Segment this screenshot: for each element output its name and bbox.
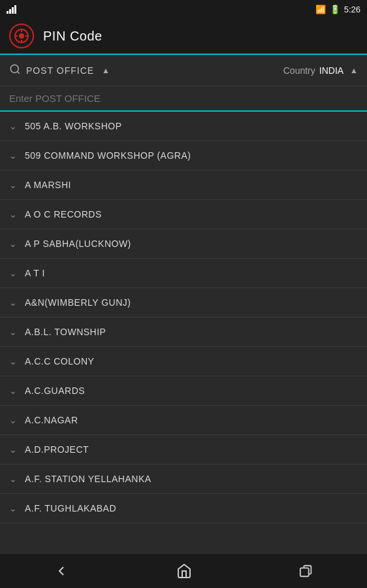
list-item-label: A P SABHA(LUCKNOW) [25, 238, 131, 249]
filter-bar: POST OFFICE ▲ Country INDIA ▲ [0, 55, 367, 86]
chevron-down-icon: ⌄ [9, 327, 17, 337]
chevron-down-icon: ⌄ [9, 180, 17, 190]
list-item-label: A O C RECORDS [25, 209, 102, 220]
post-office-dropdown-arrow[interactable]: ▲ [102, 66, 110, 75]
chevron-down-icon: ⌄ [9, 268, 17, 278]
search-input-bar [0, 86, 367, 112]
list-item-label: A.F. TUGHLAKABAD [25, 503, 116, 514]
list-item-label: 505 A.B. WORKSHOP [25, 121, 122, 131]
list-item-label: A T I [25, 268, 45, 278]
status-right: 📶 🔋 5:26 [315, 5, 360, 14]
chevron-down-icon: ⌄ [9, 474, 17, 484]
list-item[interactable]: ⌄ A P SABHA(LUCKNOW) [0, 229, 367, 259]
list-item-label: A&N(WIMBERLY GUNJ) [25, 297, 131, 308]
post-office-filter-label[interactable]: POST OFFICE [26, 65, 94, 76]
list-item[interactable]: ⌄ A O C RECORDS [0, 200, 367, 229]
svg-rect-8 [300, 568, 309, 576]
svg-point-6 [10, 65, 18, 73]
list-item-label: 509 COMMAND WORKSHOP (AGRA) [25, 150, 191, 161]
back-button[interactable] [40, 558, 82, 584]
app-title: PIN Code [43, 29, 103, 44]
search-icon [9, 63, 21, 78]
country-dropdown-arrow[interactable]: ▲ [350, 66, 358, 75]
chevron-down-icon: ⌄ [9, 209, 17, 220]
bottom-nav [0, 554, 367, 588]
list-item-label: A.C.GUARDS [25, 385, 85, 396]
list-item[interactable]: ⌄ A.F. TUGHLAKABAD [0, 494, 367, 523]
app-icon [9, 24, 34, 48]
svg-line-7 [17, 71, 19, 73]
list-item[interactable]: ⌄ A&N(WIMBERLY GUNJ) [0, 288, 367, 318]
list-item-label: A.B.L. TOWNSHIP [25, 327, 106, 337]
list-item[interactable]: ⌄ A.C.NAGAR [0, 406, 367, 435]
list-item[interactable]: ⌄ A.C.GUARDS [0, 376, 367, 406]
list-item-label: A MARSHI [25, 180, 71, 190]
list-item[interactable]: ⌄ A.D.PROJECT [0, 435, 367, 465]
list-item-label: A.C.NAGAR [25, 415, 78, 425]
list-item[interactable]: ⌄ A.B.L. TOWNSHIP [0, 318, 367, 347]
post-office-list: ⌄ 505 A.B. WORKSHOP ⌄ 509 COMMAND WORKSH… [0, 112, 367, 551]
list-item[interactable]: ⌄ 509 COMMAND WORKSHOP (AGRA) [0, 141, 367, 171]
chevron-down-icon: ⌄ [9, 503, 17, 514]
signal-icon [7, 5, 16, 14]
chevron-down-icon: ⌄ [9, 238, 17, 249]
svg-point-1 [19, 33, 24, 39]
clock: 5:26 [344, 5, 360, 14]
list-item[interactable]: ⌄ A.F. STATION YELLAHANKA [0, 465, 367, 494]
chevron-down-icon: ⌄ [9, 415, 17, 425]
list-item-label: A.F. STATION YELLAHANKA [25, 474, 152, 484]
chevron-down-icon: ⌄ [9, 121, 17, 131]
home-button[interactable] [163, 558, 205, 584]
list-item-label: A.D.PROJECT [25, 444, 89, 455]
country-section: Country INDIA ▲ [283, 65, 358, 76]
recents-button[interactable] [286, 559, 327, 583]
post-office-search-input[interactable] [9, 86, 358, 110]
list-item[interactable]: ⌄ A T I [0, 259, 367, 288]
chevron-down-icon: ⌄ [9, 297, 17, 308]
status-left [7, 5, 16, 14]
country-label: Country [283, 65, 315, 76]
chevron-down-icon: ⌄ [9, 150, 17, 161]
list-item-label: A.C.C COLONY [25, 356, 94, 367]
wifi-icon: 📶 [315, 5, 326, 14]
search-section: POST OFFICE ▲ [9, 63, 283, 78]
chevron-down-icon: ⌄ [9, 385, 17, 396]
chevron-down-icon: ⌄ [9, 444, 17, 455]
app-header: PIN Code [0, 18, 367, 55]
country-value: INDIA [319, 65, 343, 76]
chevron-down-icon: ⌄ [9, 356, 17, 367]
status-bar: 📶 🔋 5:26 [0, 0, 367, 18]
list-item[interactable]: ⌄ A.C.C COLONY [0, 347, 367, 376]
list-item[interactable]: ⌄ A MARSHI [0, 171, 367, 200]
list-item[interactable]: ⌄ 505 A.B. WORKSHOP [0, 112, 367, 141]
battery-icon: 🔋 [330, 5, 340, 14]
